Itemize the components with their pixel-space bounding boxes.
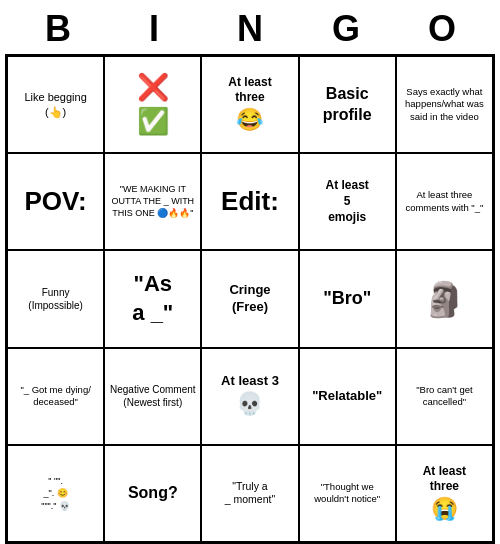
title-n: N [220,8,280,50]
cell-r4c2-text: "Truly a_ moment" [225,480,275,507]
cell-r2c2-text: Cringe(Free) [229,282,270,316]
cell-r3c3-text: "Relatable" [312,388,382,405]
cell-r3c0[interactable]: "_ Got me dying/deceased" [7,348,104,445]
cell-r1c2-text: Edit: [221,185,279,219]
cell-r1c0-text: POV: [25,185,87,219]
cell-r2c1-text: "Asa _" [132,270,173,327]
cell-r4c2[interactable]: "Truly a_ moment" [201,445,298,542]
cell-r3c1[interactable]: Negative Comment (Newest first) [104,348,201,445]
cell-r0c3[interactable]: Basicprofile [299,56,396,153]
cell-r1c4[interactable]: At least three comments with "_" [396,153,493,250]
cell-r3c0-text: "_ Got me dying/deceased" [20,384,90,409]
cell-r0c0-text: Like begging(👆) [24,90,86,119]
cell-r4c1-text: Song? [128,483,178,504]
cell-r1c1[interactable]: "WE MAKING IT OUTTA THE _ WITH THIS ONE … [104,153,201,250]
cell-r4c0[interactable]: " ""._". 😊"""." 💀 [7,445,104,542]
cross-icon: ❌ [137,71,169,105]
cell-r3c2-text: At least 3 [221,373,279,390]
cell-r2c3-text: "Bro" [323,287,371,310]
cell-r4c4[interactable]: At leastthree 😭 [396,445,493,542]
cell-r2c0-text: Funny(Impossible) [28,286,82,312]
cell-r1c2[interactable]: Edit: [201,153,298,250]
cell-r0c2[interactable]: At leastthree 😂 [201,56,298,153]
cell-r1c3-text: At least5emojis [326,178,369,225]
moai-emoji: 🗿 [423,277,465,321]
cell-r3c4[interactable]: "Bro can't get cancelled" [396,348,493,445]
cell-r4c3[interactable]: "Thought we wouldn't notice" [299,445,396,542]
cell-r2c4[interactable]: 🗿 [396,250,493,347]
check-icon: ✅ [137,105,169,139]
title-o: O [412,8,472,50]
cell-r3c1-text: Negative Comment (Newest first) [108,383,197,409]
skull-emoji: 💀 [236,390,263,419]
cell-r0c1[interactable]: ❌ ✅ [104,56,201,153]
cell-r3c3[interactable]: "Relatable" [299,348,396,445]
cell-r1c1-text: "WE MAKING IT OUTTA THE _ WITH THIS ONE … [108,184,197,219]
cell-r1c0[interactable]: POV: [7,153,104,250]
title-row: B I N G O [10,0,490,54]
cell-r0c4-text: Says exactly what happens/what was said … [400,86,489,123]
title-i: I [124,8,184,50]
cell-r1c3[interactable]: At least5emojis [299,153,396,250]
cell-r2c0[interactable]: Funny(Impossible) [7,250,104,347]
cell-r4c3-text: "Thought we wouldn't notice" [303,481,392,506]
cell-r0c3-text: Basicprofile [323,84,372,126]
cell-r2c1[interactable]: "Asa _" [104,250,201,347]
cell-r4c1[interactable]: Song? [104,445,201,542]
bingo-grid: Like begging(👆) ❌ ✅ At leastthree 😂 Basi… [5,54,495,544]
cry-emoji: 😭 [431,495,458,524]
cell-r4c0-text: " ""._". 😊"""." 💀 [41,475,70,513]
cell-r4c4-text: At leastthree [423,464,466,495]
cell-r3c2[interactable]: At least 3 💀 [201,348,298,445]
cell-r3c4-text: "Bro can't get cancelled" [400,384,489,409]
cell-r0c2-emoji: 😂 [236,106,263,135]
cell-r0c2-text: At leastthree [228,75,271,106]
cell-r1c4-text: At least three comments with "_" [400,189,489,214]
title-g: G [316,8,376,50]
cell-r0c4[interactable]: Says exactly what happens/what was said … [396,56,493,153]
cell-r2c2[interactable]: Cringe(Free) [201,250,298,347]
title-b: B [28,8,88,50]
cell-r2c3[interactable]: "Bro" [299,250,396,347]
cell-r0c0[interactable]: Like begging(👆) [7,56,104,153]
